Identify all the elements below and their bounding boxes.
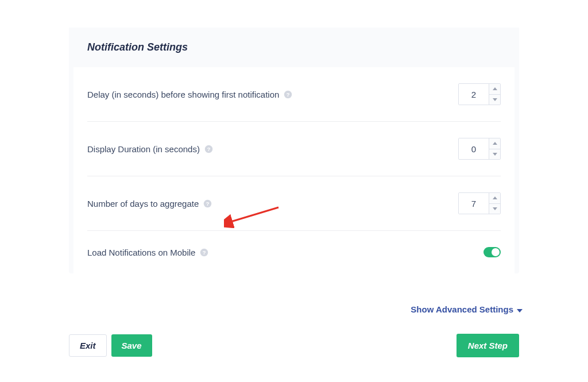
stepper-up[interactable] — [489, 193, 500, 204]
help-icon[interactable]: ? — [204, 145, 213, 153]
setting-label-wrap: Delay (in seconds) before showing first … — [87, 90, 292, 99]
setting-row-mobile: Load Notifications on Mobile ? — [87, 231, 501, 273]
svg-text:?: ? — [207, 146, 211, 152]
panel-title: Notification Settings — [87, 41, 501, 53]
duration-stepper[interactable] — [458, 138, 501, 160]
setting-label-wrap: Display Duration (in seconds) ? — [87, 144, 213, 154]
mobile-toggle[interactable] — [483, 247, 501, 257]
help-icon[interactable]: ? — [200, 248, 208, 257]
svg-text:?: ? — [203, 250, 206, 256]
settings-panel: Notification Settings Delay (in seconds)… — [69, 28, 519, 273]
setting-label-wrap: Load Notifications on Mobile ? — [87, 248, 208, 257]
toggle-knob — [492, 248, 500, 256]
stepper-down[interactable] — [489, 149, 500, 160]
setting-row-duration: Display Duration (in seconds) ? — [87, 122, 501, 176]
aggregate-input[interactable] — [459, 193, 489, 214]
help-icon[interactable]: ? — [284, 90, 292, 99]
aggregate-stepper[interactable] — [458, 192, 501, 214]
aggregate-label: Number of days to aggregate — [87, 199, 199, 209]
button-group-left: Exit Save — [69, 334, 152, 357]
next-step-button[interactable]: Next Step — [457, 334, 519, 357]
stepper-up[interactable] — [489, 84, 500, 95]
advanced-settings-wrap: Show Advanced Settings — [69, 304, 523, 314]
setting-row-aggregate: Number of days to aggregate ? — [87, 176, 501, 231]
svg-text:?: ? — [206, 201, 210, 207]
help-icon[interactable]: ? — [203, 199, 212, 208]
mobile-label: Load Notifications on Mobile — [87, 248, 195, 257]
stepper-buttons — [489, 138, 500, 159]
stepper-buttons — [489, 193, 500, 214]
stepper-buttons — [489, 84, 500, 105]
exit-button[interactable]: Exit — [69, 334, 107, 357]
show-advanced-settings-link[interactable]: Show Advanced Settings — [411, 304, 523, 314]
panel-body: Delay (in seconds) before showing first … — [74, 67, 514, 273]
stepper-down[interactable] — [489, 204, 500, 214]
delay-input[interactable] — [459, 84, 489, 105]
duration-label: Display Duration (in seconds) — [87, 144, 200, 154]
advanced-label: Show Advanced Settings — [411, 304, 513, 314]
svg-text:?: ? — [287, 92, 290, 98]
stepper-down[interactable] — [489, 95, 500, 105]
panel-header: Notification Settings — [69, 28, 519, 67]
setting-label-wrap: Number of days to aggregate ? — [87, 199, 212, 209]
stepper-up[interactable] — [489, 138, 500, 149]
save-button[interactable]: Save — [111, 334, 152, 357]
delay-label: Delay (in seconds) before showing first … — [87, 90, 279, 99]
chevron-down-icon — [517, 304, 523, 314]
delay-stepper[interactable] — [458, 83, 501, 105]
duration-input[interactable] — [459, 138, 489, 159]
button-bar: Exit Save Next Step — [69, 334, 519, 375]
setting-row-delay: Delay (in seconds) before showing first … — [87, 67, 501, 122]
